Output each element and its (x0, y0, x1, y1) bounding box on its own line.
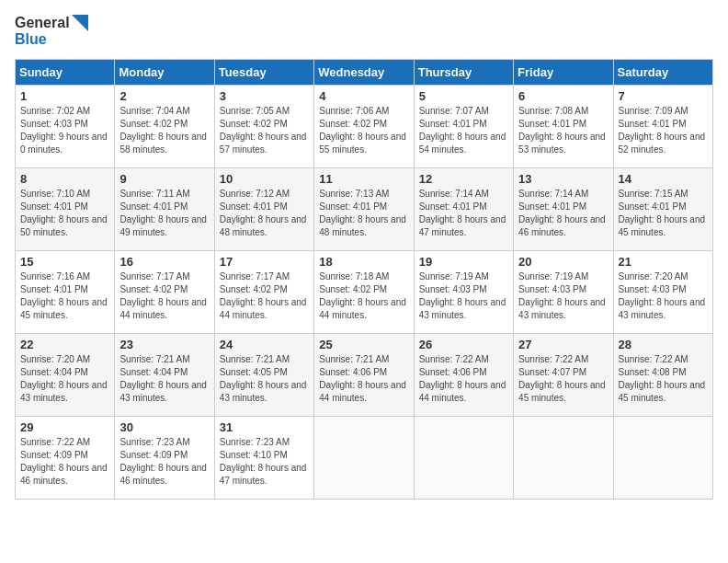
weekday-header-tuesday: Tuesday (214, 59, 313, 85)
calendar-day-cell: 2Sunrise: 7:04 AMSunset: 4:02 PMDaylight… (115, 85, 214, 167)
day-number: 11 (319, 172, 408, 186)
calendar-day-cell: 15Sunrise: 7:16 AMSunset: 4:01 PMDayligh… (16, 250, 115, 333)
day-info: Sunrise: 7:21 AMSunset: 4:04 PMDaylight:… (119, 353, 209, 405)
page-header: General Blue (15, 15, 713, 48)
day-number: 30 (119, 420, 209, 434)
calendar-day-cell: 19Sunrise: 7:19 AMSunset: 4:03 PMDayligh… (414, 250, 513, 333)
logo: General Blue (15, 15, 88, 48)
day-info: Sunrise: 7:23 AMSunset: 4:10 PMDaylight:… (220, 436, 309, 488)
day-number: 3 (220, 89, 309, 103)
calendar-day-cell: 14Sunrise: 7:15 AMSunset: 4:01 PMDayligh… (613, 167, 712, 250)
calendar-week-row: 29Sunrise: 7:22 AMSunset: 4:09 PMDayligh… (16, 416, 713, 499)
calendar-week-row: 15Sunrise: 7:16 AMSunset: 4:01 PMDayligh… (16, 250, 713, 333)
day-info: Sunrise: 7:11 AMSunset: 4:01 PMDaylight:… (119, 188, 209, 239)
logo-text-general: General (15, 15, 70, 31)
calendar-day-cell: 9Sunrise: 7:11 AMSunset: 4:01 PMDaylight… (115, 167, 214, 250)
logo-container: General Blue (15, 15, 88, 48)
calendar-day-cell: 24Sunrise: 7:21 AMSunset: 4:05 PMDayligh… (214, 333, 313, 416)
day-number: 29 (20, 420, 109, 434)
svg-marker-0 (72, 15, 88, 31)
calendar-day-cell (414, 416, 513, 499)
calendar-day-cell: 4Sunrise: 7:06 AMSunset: 4:02 PMDaylight… (314, 85, 414, 167)
calendar-day-cell: 5Sunrise: 7:07 AMSunset: 4:01 PMDaylight… (414, 85, 513, 167)
day-number: 19 (419, 255, 508, 269)
day-info: Sunrise: 7:15 AMSunset: 4:01 PMDaylight:… (619, 188, 708, 239)
day-info: Sunrise: 7:14 AMSunset: 4:01 PMDaylight:… (419, 188, 508, 239)
day-number: 22 (20, 338, 109, 351)
day-info: Sunrise: 7:06 AMSunset: 4:02 PMDaylight:… (319, 105, 408, 156)
day-info: Sunrise: 7:18 AMSunset: 4:02 PMDaylight:… (319, 270, 408, 322)
weekday-header-saturday: Saturday (613, 59, 712, 85)
weekday-header-row: SundayMondayTuesdayWednesdayThursdayFrid… (16, 59, 713, 85)
weekday-header-sunday: Sunday (16, 59, 115, 85)
day-number: 12 (419, 172, 508, 186)
weekday-header-monday: Monday (115, 59, 214, 85)
calendar-day-cell (613, 416, 712, 499)
calendar-week-row: 22Sunrise: 7:20 AMSunset: 4:04 PMDayligh… (16, 333, 713, 416)
day-number: 1 (20, 89, 109, 103)
day-number: 2 (119, 89, 209, 103)
calendar-day-cell: 30Sunrise: 7:23 AMSunset: 4:09 PMDayligh… (115, 416, 214, 499)
day-number: 5 (419, 89, 508, 103)
day-info: Sunrise: 7:22 AMSunset: 4:07 PMDaylight:… (518, 353, 608, 405)
day-number: 17 (220, 255, 309, 269)
calendar-day-cell: 20Sunrise: 7:19 AMSunset: 4:03 PMDayligh… (514, 250, 613, 333)
calendar-day-cell: 3Sunrise: 7:05 AMSunset: 4:02 PMDaylight… (214, 85, 313, 167)
logo-text-blue: Blue (15, 31, 88, 48)
day-info: Sunrise: 7:19 AMSunset: 4:03 PMDaylight:… (518, 270, 608, 322)
day-number: 6 (518, 89, 608, 103)
day-info: Sunrise: 7:07 AMSunset: 4:01 PMDaylight:… (419, 105, 508, 156)
calendar-day-cell: 1Sunrise: 7:02 AMSunset: 4:03 PMDaylight… (16, 85, 115, 167)
day-number: 10 (220, 172, 309, 186)
calendar-day-cell: 10Sunrise: 7:12 AMSunset: 4:01 PMDayligh… (214, 167, 313, 250)
day-info: Sunrise: 7:10 AMSunset: 4:01 PMDaylight:… (20, 188, 109, 239)
weekday-header-thursday: Thursday (414, 59, 513, 85)
calendar-day-cell: 29Sunrise: 7:22 AMSunset: 4:09 PMDayligh… (16, 416, 115, 499)
calendar-day-cell (314, 416, 414, 499)
weekday-header-wednesday: Wednesday (314, 59, 414, 85)
calendar-week-row: 8Sunrise: 7:10 AMSunset: 4:01 PMDaylight… (16, 167, 713, 250)
day-info: Sunrise: 7:20 AMSunset: 4:03 PMDaylight:… (619, 270, 708, 322)
day-number: 14 (619, 172, 708, 186)
calendar-day-cell: 7Sunrise: 7:09 AMSunset: 4:01 PMDaylight… (613, 85, 712, 167)
calendar-day-cell: 18Sunrise: 7:18 AMSunset: 4:02 PMDayligh… (314, 250, 414, 333)
calendar-day-cell: 6Sunrise: 7:08 AMSunset: 4:01 PMDaylight… (514, 85, 613, 167)
day-number: 4 (319, 89, 408, 103)
calendar-day-cell: 12Sunrise: 7:14 AMSunset: 4:01 PMDayligh… (414, 167, 513, 250)
calendar-day-cell (514, 416, 613, 499)
day-info: Sunrise: 7:14 AMSunset: 4:01 PMDaylight:… (518, 188, 608, 239)
calendar-day-cell: 28Sunrise: 7:22 AMSunset: 4:08 PMDayligh… (613, 333, 712, 416)
day-info: Sunrise: 7:09 AMSunset: 4:01 PMDaylight:… (619, 105, 708, 156)
day-number: 21 (619, 255, 708, 269)
day-info: Sunrise: 7:22 AMSunset: 4:08 PMDaylight:… (619, 353, 708, 405)
day-info: Sunrise: 7:23 AMSunset: 4:09 PMDaylight:… (119, 436, 209, 488)
day-number: 18 (319, 255, 408, 269)
day-number: 8 (20, 172, 109, 186)
calendar-day-cell: 26Sunrise: 7:22 AMSunset: 4:06 PMDayligh… (414, 333, 513, 416)
day-number: 26 (419, 338, 508, 351)
day-info: Sunrise: 7:17 AMSunset: 4:02 PMDaylight:… (119, 270, 209, 322)
day-number: 28 (619, 338, 708, 351)
day-number: 13 (518, 172, 608, 186)
day-info: Sunrise: 7:20 AMSunset: 4:04 PMDaylight:… (20, 353, 109, 405)
calendar-day-cell: 25Sunrise: 7:21 AMSunset: 4:06 PMDayligh… (314, 333, 414, 416)
logo-arrow-icon (72, 15, 88, 31)
day-number: 16 (119, 255, 209, 269)
day-info: Sunrise: 7:21 AMSunset: 4:05 PMDaylight:… (220, 353, 309, 405)
calendar-day-cell: 11Sunrise: 7:13 AMSunset: 4:01 PMDayligh… (314, 167, 414, 250)
calendar-day-cell: 17Sunrise: 7:17 AMSunset: 4:02 PMDayligh… (214, 250, 313, 333)
calendar-day-cell: 23Sunrise: 7:21 AMSunset: 4:04 PMDayligh… (115, 333, 214, 416)
day-number: 24 (220, 338, 309, 351)
calendar-day-cell: 22Sunrise: 7:20 AMSunset: 4:04 PMDayligh… (16, 333, 115, 416)
calendar-week-row: 1Sunrise: 7:02 AMSunset: 4:03 PMDaylight… (16, 85, 713, 167)
calendar-day-cell: 21Sunrise: 7:20 AMSunset: 4:03 PMDayligh… (613, 250, 712, 333)
day-info: Sunrise: 7:22 AMSunset: 4:06 PMDaylight:… (419, 353, 508, 405)
calendar-day-cell: 31Sunrise: 7:23 AMSunset: 4:10 PMDayligh… (214, 416, 313, 499)
day-number: 9 (119, 172, 209, 186)
day-info: Sunrise: 7:16 AMSunset: 4:01 PMDaylight:… (20, 270, 109, 322)
day-info: Sunrise: 7:13 AMSunset: 4:01 PMDaylight:… (319, 188, 408, 239)
day-number: 27 (518, 338, 608, 351)
day-number: 7 (619, 89, 708, 103)
calendar-day-cell: 8Sunrise: 7:10 AMSunset: 4:01 PMDaylight… (16, 167, 115, 250)
calendar-day-cell: 13Sunrise: 7:14 AMSunset: 4:01 PMDayligh… (514, 167, 613, 250)
